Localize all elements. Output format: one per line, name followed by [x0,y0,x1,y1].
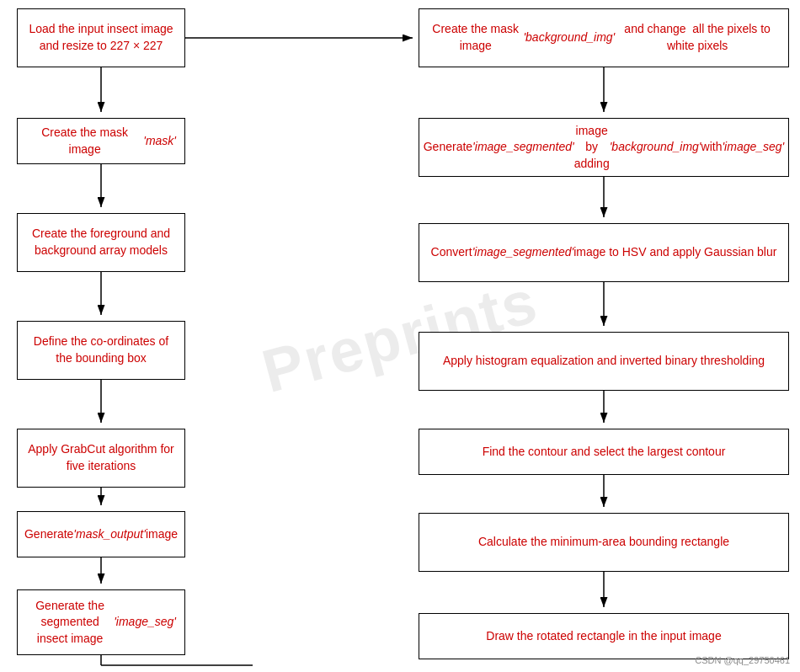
box-r5: Find the contour and select the largest … [419,429,789,475]
box-r1: Create the mask image 'background_img' a… [419,8,789,67]
flowchart: Preprints Load the input insect image an… [0,0,800,672]
box-l4: Define the co-ordinates of the bounding … [17,321,185,380]
box-r3: Convert 'image_segmented' image to HSV a… [419,223,789,282]
box-r4: Apply histogram equalization and inverte… [419,332,789,391]
box-l5: Apply GrabCut algorithm for five iterati… [17,429,185,488]
box-l1: Load the input insect image and resize t… [17,8,185,67]
box-r6: Calculate the minimum-area bounding rect… [419,513,789,572]
box-l6: Generate 'mask_output' image [17,511,185,557]
credit: CSDN @qq_29750461 [695,655,790,665]
box-l2: Create the mask image 'mask' [17,118,185,164]
box-l3: Create the foreground and background arr… [17,213,185,272]
box-l7: Generate the segmented insect image 'ima… [17,589,185,655]
box-r2: Generate 'image_segmented' image by addi… [419,118,789,177]
box-r7: Draw the rotated rectangle in the input … [419,613,789,659]
